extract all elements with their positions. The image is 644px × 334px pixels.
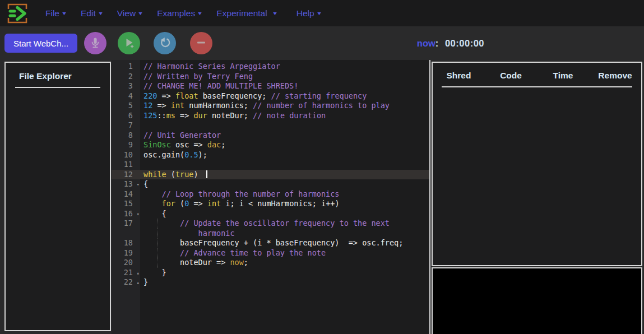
code-line[interactable] [140,160,429,170]
menu-file-label: File [45,8,59,18]
chuck-logo[interactable] [4,2,30,25]
time-column-header: Time [537,71,589,81]
microphone-icon [89,36,102,51]
gutter-line[interactable]: 14 [112,189,140,200]
code-column-header: Code [485,71,537,81]
play-add-shred-button[interactable] [118,32,140,54]
code-token: => [152,101,171,110]
code-token: { [143,209,166,218]
gutter-line[interactable]: 18 [112,238,140,248]
code-token: // Unit Generator [143,131,221,140]
code-line[interactable]: } [140,277,429,287]
menu-experimental[interactable]: Experimental ▾ [216,8,276,18]
code-line[interactable]: { [140,179,429,189]
gutter-line[interactable]: 12 [112,170,140,180]
line-number: 5 [128,101,133,110]
gutter-line[interactable]: 5 [112,101,140,111]
code-token: dur [193,111,207,120]
line-number: 20 [124,258,133,267]
gutter-line[interactable]: 20 [112,258,140,268]
code-line[interactable]: 12 => int numHarmonics; // number of har… [140,101,429,111]
code-token: baseFrequency; [198,91,271,100]
code-line[interactable]: 220 => float baseFrequency; // starting … [140,91,429,101]
line-number: 3 [128,81,133,90]
fold-down-icon[interactable]: ▾ [137,180,140,190]
code-line[interactable]: } [140,268,429,278]
fold-up-icon[interactable]: ▴ [137,268,140,279]
code-token: ); [198,150,207,159]
line-number: 6 [128,111,133,120]
replace-shred-button[interactable] [154,32,176,54]
menu-edit[interactable]: Edit ▾ [81,8,102,18]
gutter-line[interactable]: 7 [112,120,140,131]
microphone-button[interactable] [84,32,106,54]
menu-examples[interactable]: Examples ▾ [157,8,201,18]
gutter-line[interactable]: 8 [112,131,140,141]
code-line[interactable]: for (0 => int i; i < numHarmonics; i++) [140,199,429,209]
code-line[interactable]: harmonic [140,229,429,239]
gutter-line[interactable]: 1 [112,62,140,72]
menu-view[interactable]: View ▾ [117,8,142,18]
line-number: 21 [124,268,133,277]
code-line[interactable]: // CHANGE ME! ADD MULTIPLE SHREDS! [140,81,429,91]
gutter-line[interactable]: 6 [112,111,140,121]
code-token: ms [166,111,175,120]
gutter-line[interactable] [112,229,140,239]
code-line[interactable]: osc.gain(0.5); [140,150,429,160]
gutter-line[interactable]: 22▴ [112,277,140,287]
code-token [143,189,162,198]
gutter-line[interactable]: 15 [112,199,140,209]
fold-up-icon[interactable]: ▴ [137,278,140,288]
gutter-line[interactable]: 3 [112,81,140,91]
gutter-line[interactable]: 17 [112,219,140,229]
file-explorer-divider [15,87,100,88]
fold-down-icon[interactable]: ▾ [137,210,140,220]
gutter-line[interactable]: 13▾ [112,179,140,189]
code-token: ) [193,170,202,179]
gutter-line[interactable]: 9 [112,140,140,150]
code-token: // Loop through the number of harmonics [162,189,340,198]
gutter-line[interactable]: 16▾ [112,209,140,219]
code-token: // Update the oscillator frequency to th… [180,219,390,228]
editor-gutter: 12345678910111213▾141516▾1718192021▴22▴ [112,60,140,334]
gutter-line[interactable]: 19 [112,248,140,258]
code-token: :: [157,111,166,120]
code-token: // number of harmonics to play [253,101,390,110]
code-token: } [143,277,148,286]
code-token: while [143,170,166,179]
gutter-line[interactable]: 4 [112,91,140,101]
gutter-line[interactable]: 2 [112,72,140,82]
code-line[interactable]: baseFrequency + (i * baseFrequency) => o… [140,238,429,248]
code-line[interactable]: 125::ms => dur noteDur; // note duration [140,111,429,121]
code-line[interactable]: // Advance time to play the note [140,248,429,258]
menu-file[interactable]: File ▾ [45,8,66,18]
caret-down-icon: ▾ [198,10,202,16]
gutter-line[interactable]: 10 [112,150,140,160]
code-line[interactable]: // Update the oscillator frequency to th… [140,219,429,229]
gutter-line[interactable]: 21▴ [112,268,140,278]
caret-down-icon: ▾ [317,10,321,16]
code-token: => [175,111,194,120]
code-line[interactable]: { [140,209,429,219]
code-line[interactable]: while (true) [140,170,429,180]
code-line[interactable]: // Unit Generator [140,131,429,141]
code-line[interactable]: SinOsc osc => dac; [140,140,429,150]
line-number: 2 [128,72,133,81]
code-token: osc.gain( [143,150,184,159]
code-line[interactable] [140,120,429,131]
code-editor[interactable]: 12345678910111213▾141516▾1718192021▴22▴ … [112,60,429,334]
line-number: 9 [128,140,133,149]
code-line[interactable]: noteDur => now; [140,258,429,268]
code-line[interactable]: // Loop through the number of harmonics [140,189,429,200]
code-line[interactable]: // Written by Terry Feng [140,72,429,82]
panel-resize-divider[interactable] [429,60,430,334]
start-webchuck-button[interactable]: Start WebCh... [4,34,77,53]
code-token: ; [221,140,225,149]
gutter-line[interactable]: 11 [112,160,140,170]
editor-code-area[interactable]: // Harmonic Series Arpeggiator// Written… [140,60,429,334]
code-token: // note duration [253,111,326,120]
code-line[interactable]: // Harmonic Series Arpeggiator [140,62,429,72]
remove-shred-button[interactable] [190,32,212,54]
caret-down-icon: ▾ [273,10,277,16]
menu-help[interactable]: Help ▾ [296,8,321,18]
